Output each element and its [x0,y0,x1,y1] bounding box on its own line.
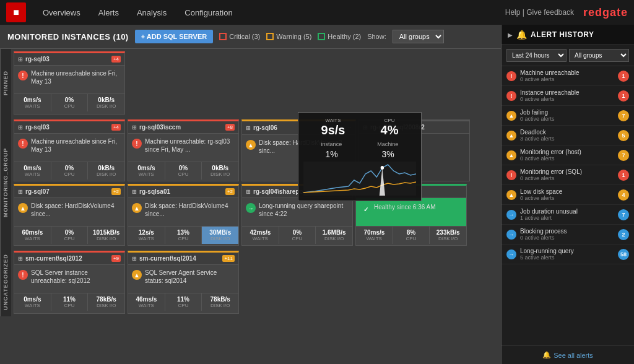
alert-sub: 5 active alerts [520,254,614,261]
group-filter[interactable]: All groups [569,49,629,62]
alert-name: Job failing [520,109,614,116]
collapse-arrow[interactable]: ▶ [508,32,513,38]
metric-val: 0kB/s [90,97,123,103]
card-header: ⊞ rg-sql07 +2 [14,186,124,198]
metric-label: WAITS [16,103,49,109]
add-sql-server-button[interactable]: + ADD SQL SERVER [135,30,213,43]
card-plus[interactable]: +4 [111,56,121,63]
plus-badge: +9 [111,255,121,262]
alert-text: Machine unreachable since Fri, May 13 [31,137,121,154]
card-plus[interactable]: +8 [225,124,235,131]
server-icon: ⊞ [132,256,137,262]
alert-icon: → [246,203,256,213]
nav-overviews[interactable]: Overviews [35,3,88,22]
alert-row-deadlock[interactable]: ▲ Deadlock 3 active alerts 5 [502,126,634,145]
alert-sub: 0 active alerts [520,96,614,102]
alert-row-long-running-query[interactable]: → Long-running query 5 active alerts 58 [502,245,634,264]
alert-sub: 0 active alerts [520,235,614,241]
alert-row-icon: ! [506,91,516,101]
card-plus[interactable]: +2 [225,188,235,195]
alert-row-info: Job duration unusual 1 active alert [520,208,614,221]
bell-small-icon: 🔔 [542,351,551,359]
alert-row-info: Job failing 0 active alerts [520,109,614,122]
metric-cpu: 11% CPU [51,293,89,311]
nav-right: Help | Give feedback redgate [505,6,628,19]
alert-row-job-failing[interactable]: ▲ Job failing 0 active alerts 7 [502,106,634,126]
cpu-overlay: WAITS 9s/s CPU 4% instance Machin [298,112,422,201]
monitoring-card-rg-sql07[interactable]: ⊞ rg-sql07 +2 ▲ Disk space: HardDiskVolu… [14,184,125,246]
alert-row-info: Monitoring error (SQL) 0 active alerts [520,168,614,181]
time-filter[interactable]: Last 24 hours [506,49,567,62]
overlay-machine-label: Machine [377,141,398,147]
alert-text: SQL Server instance unreachable: sql2012 [31,269,121,285]
bell-icon: 🔔 [516,30,527,40]
metric-cpu: 13% CPU [165,227,202,244]
card-plus[interactable]: +11 [222,255,235,262]
toolbar: MONITORED INSTANCES (10) + ADD SQL SERVE… [0,25,501,49]
nav-analysis[interactable]: Analysis [129,3,174,22]
svg-marker-0 [380,168,385,196]
card-plus[interactable]: +4 [111,124,121,131]
metric-waits: 70ms/s WAITS [356,227,393,244]
pinned-content: ⊞ rg-sql03 +4 ! Machine unreachable sinc… [11,49,501,117]
uncategorized-card-sql2012[interactable]: ⊞ sm-current\sql2012 +9 ! SQL Server ins… [14,251,125,314]
monitoring-card-rg-sql03[interactable]: ⊞ rg-sql03 +4 ! Machine unreachable sinc… [14,119,125,181]
alert-row-blocking-process[interactable]: → Blocking process 0 active alerts 2 [502,225,634,245]
alert-icon: ! [18,139,28,149]
healthy-label: Healthy (2) [328,33,361,40]
monitoring-card-rg-sqlsa01[interactable]: ⊞ rg-sqlsa01 +2 ▲ Disk space: HardDiskVo… [128,184,239,246]
nav-alerts[interactable]: Alerts [91,3,126,22]
alert-row-monitoring-error-host[interactable]: ▲ Monitoring error (host) 0 active alert… [502,145,634,165]
alert-row-monitoring-error-sql[interactable]: ! Monitoring error (SQL) 0 active alerts… [502,165,634,185]
help-link[interactable]: Help | Give feedback [505,8,574,17]
card-metrics: 12s/s WAITS 13% CPU 30MB/s DISK I/O [128,226,238,244]
card-plus[interactable]: +9 [111,255,121,262]
alert-sub: 0 active alerts [520,195,614,201]
card-alert: → Long-running query sharepoint since 4:… [242,198,352,226]
alert-sub: 3 active alerts [520,136,614,142]
alert-name: Deadlock [520,129,614,136]
alert-text: Disk space: HardDiskVolume4 since... [31,202,121,218]
overlay-cpu-label: CPU [381,118,399,123]
card-plus[interactable]: +2 [111,188,121,195]
see-all-link[interactable]: 🔔 See all alerts [506,351,629,359]
card-alert: ! SQL Server instance unreachable: sql20… [14,265,124,293]
pinned-section: PINNED ⊞ rg-sql03 +4 [0,49,501,117]
overlay-row: WAITS 9s/s CPU 4% [303,118,416,137]
metric-cpu: 0% CPU [51,227,89,244]
server-name: rg-sql07 [25,188,50,195]
uncategorized-card-sql2014[interactable]: ⊞ sm-current\sql2014 +11 ▲ SQL Server Ag… [128,251,239,314]
alert-badge: 7 [618,110,629,121]
alert-icon: ▲ [18,203,28,213]
nav-configuration[interactable]: Configuration [177,3,240,22]
monitoring-card-rg-sql03-sccm[interactable]: ⊞ rg-sql03\sccm +8 ! Machine unreachable… [128,119,239,181]
alert-row-low-disk-space[interactable]: ▲ Low disk space 0 active alerts 4 [502,185,634,205]
card-metrics: 0ms/s WAITS 11% CPU 78kB/s DISK I/O [14,293,124,311]
plus-badge: +2 [111,188,121,195]
pinned-card-rg-sql03[interactable]: ⊞ rg-sql03 +4 ! Machine unreachable sinc… [14,51,125,115]
metric-waits: 0ms/s WAITS [14,94,51,111]
card-alert: ▲ SQL Server Agent Service status: sql20… [128,265,238,293]
logo: ■ [6,2,26,22]
overlay-waits-val: 9s/s [321,123,345,137]
monitoring-card-rg-sql06[interactable]: ⊞ rg-sql06 ⋯ ▲ Disk space: HardDiskVolum… [241,119,356,181]
metric-cpu: 0% CPU [51,162,89,180]
metric-cpu: 11% CPU [165,293,202,311]
card-title: ⊞ sm-current\sql2012 [18,255,82,262]
server-icon: ⊞ [246,189,251,195]
alert-row-machine-unreachable[interactable]: ! Machine unreachable 0 active alerts 1 [502,66,634,86]
card-title: ⊞ rg-sql03 [18,124,50,131]
alert-text: Machine unreachable: rg-sql03 since Fri,… [145,137,235,154]
plus-badge: +8 [225,124,235,131]
group-select[interactable]: All groups [393,30,444,43]
server-name: rg-sql03 [25,56,50,63]
overlay-waits-label: WAITS [321,118,345,123]
alert-row-job-duration[interactable]: → Job duration unusual 1 active alert 7 [502,205,634,225]
metric-diskio: 78kB/s DISK I/O [202,293,238,311]
alert-icon: ! [132,139,142,149]
metric-diskio: 78kB/s DISK I/O [88,293,124,311]
alert-row-instance-unreachable[interactable]: ! Instance unreachable 0 active alerts 1 [502,86,634,106]
alert-badge: 7 [618,150,629,161]
server-icon: ⊞ [18,256,23,262]
metric-cpu: 0% CPU [279,227,316,244]
